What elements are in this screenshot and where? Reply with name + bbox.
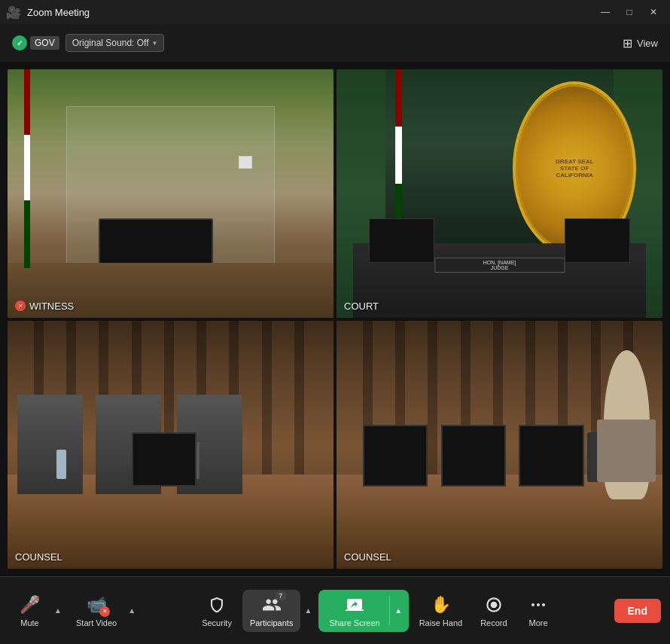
share-screen-label: Share Screen [329, 618, 379, 627]
counsel-right-label: COUNSEL [344, 551, 391, 563]
gov-badge: ✓ GOV [12, 35, 59, 50]
top-toolbar: ✓ GOV Original Sound: Off ▼ ⊞ View [0, 24, 670, 62]
shield-icon: ✓ [12, 35, 27, 50]
video-grid: ✕ WITNESS GREAT SEALSTATE OFCALIFORNIA H… [0, 62, 670, 576]
sound-dropdown-icon: ▼ [152, 40, 158, 47]
counsel-person-body [597, 420, 656, 481]
start-video-button[interactable]: 📹 ✕ Start Video [69, 590, 124, 632]
view-label: View [637, 38, 658, 49]
record-icon [483, 594, 504, 615]
more-label: More [529, 618, 548, 627]
left-toolbar-group: 🎤 Mute ▲ 📹 ✕ Start Video ▲ [9, 590, 139, 632]
app-title: Zoom Meeting [27, 7, 90, 18]
view-button[interactable]: ⊞ View [623, 36, 658, 50]
start-video-label: Start Video [76, 618, 117, 627]
raise-hand-icon: ✋ [430, 594, 451, 615]
participants-count: 7 [275, 591, 287, 600]
water-bottle [56, 450, 66, 480]
security-button[interactable]: Security [194, 590, 239, 632]
more-button[interactable]: More [518, 590, 559, 632]
participants-label: Participants [250, 618, 293, 627]
share-screen-button[interactable]: Share Screen [320, 591, 388, 630]
view-grid-icon: ⊞ [623, 36, 632, 50]
svg-point-2 [531, 603, 534, 606]
video-cell-counsel-left: COUNSEL [8, 321, 333, 569]
security-label: Security [202, 618, 232, 627]
video-cell-counsel-right: COUNSEL [337, 321, 662, 569]
counsel-right-monitor-3 [519, 425, 584, 487]
title-bar: 🎥 Zoom Meeting — □ ✕ [0, 0, 670, 24]
sound-label: Original Sound: Off [72, 38, 149, 48]
raise-hand-button[interactable]: ✋ Raise Hand [412, 590, 470, 632]
video-row-bottom: COUNSEL [8, 321, 662, 569]
court-label: COURT [344, 301, 379, 312]
share-screen-group: Share Screen ▲ [318, 590, 408, 632]
mute-button[interactable]: 🎤 Mute [9, 590, 50, 632]
court-flag [395, 69, 402, 243]
share-chevron[interactable]: ▲ [389, 596, 407, 626]
svg-point-1 [491, 601, 498, 608]
mic-stand [196, 442, 199, 479]
participants-chevron[interactable]: ▲ [300, 592, 315, 630]
flag [24, 69, 31, 268]
title-bar-left: 🎥 Zoom Meeting [6, 5, 90, 20]
video-chevron[interactable]: ▲ [124, 592, 139, 630]
more-icon [528, 594, 549, 615]
counsel-right-monitor-2 [441, 425, 507, 487]
mute-group: 🎤 Mute ▲ [9, 590, 65, 632]
mic-off-icon: ✕ [15, 301, 26, 311]
video-row-top: ✕ WITNESS GREAT SEALSTATE OFCALIFORNIA H… [8, 69, 662, 318]
more-group: More [518, 590, 559, 632]
nameplate: HON. [NAME]JUDGE [434, 258, 565, 273]
mute-label: Mute [20, 618, 38, 627]
security-icon [206, 594, 227, 615]
participants-button[interactable]: 7 Participants [242, 590, 300, 632]
video-icon: 📹 ✕ [86, 594, 107, 615]
court-monitor-right [565, 218, 630, 263]
nameplate-text: HON. [NAME]JUDGE [483, 260, 516, 270]
raise-hand-label: Raise Hand [419, 618, 462, 627]
svg-point-3 [537, 603, 540, 606]
video-cell-court: GREAT SEALSTATE OFCALIFORNIA HON. [NAME]… [337, 69, 662, 318]
witness-label: ✕ WITNESS [15, 301, 74, 312]
title-bar-controls: — □ ✕ [595, 5, 664, 20]
participants-icon: 7 [261, 594, 282, 615]
center-toolbar-group: Security 7 Participants ▲ [194, 590, 559, 632]
share-screen-wrap: Share Screen ▲ [318, 590, 408, 632]
video-x-icon: ✕ [99, 606, 110, 617]
record-button[interactable]: Record [473, 590, 514, 632]
wall-box [239, 156, 251, 168]
app-icon: 🎥 [6, 5, 21, 20]
chair-left-1 [17, 395, 83, 494]
share-screen-icon [344, 594, 365, 615]
bottom-toolbar: 🎤 Mute ▲ 📹 ✕ Start Video ▲ [0, 576, 670, 644]
court-monitor-left [369, 218, 434, 263]
counsel-left-monitor [132, 432, 197, 487]
minimize-button[interactable]: — [595, 5, 616, 20]
mute-icon: 🎤 [20, 594, 41, 615]
video-group: 📹 ✕ Start Video ▲ [69, 590, 139, 632]
original-sound-button[interactable]: Original Sound: Off ▼ [65, 34, 165, 52]
video-cell-witness: ✕ WITNESS [8, 69, 333, 318]
maximize-button[interactable]: □ [619, 5, 640, 20]
svg-point-4 [542, 603, 545, 606]
end-button[interactable]: End [614, 599, 661, 623]
counsel-left-label: COUNSEL [15, 551, 62, 563]
close-button[interactable]: ✕ [643, 5, 664, 20]
gov-label: GOV [30, 36, 59, 50]
counsel-right-monitor-1 [363, 425, 428, 487]
mute-chevron[interactable]: ▲ [50, 592, 65, 630]
toolbar-left: ✓ GOV Original Sound: Off ▼ [12, 34, 164, 52]
participants-group: 7 Participants ▲ [242, 590, 315, 632]
record-label: Record [480, 618, 507, 627]
